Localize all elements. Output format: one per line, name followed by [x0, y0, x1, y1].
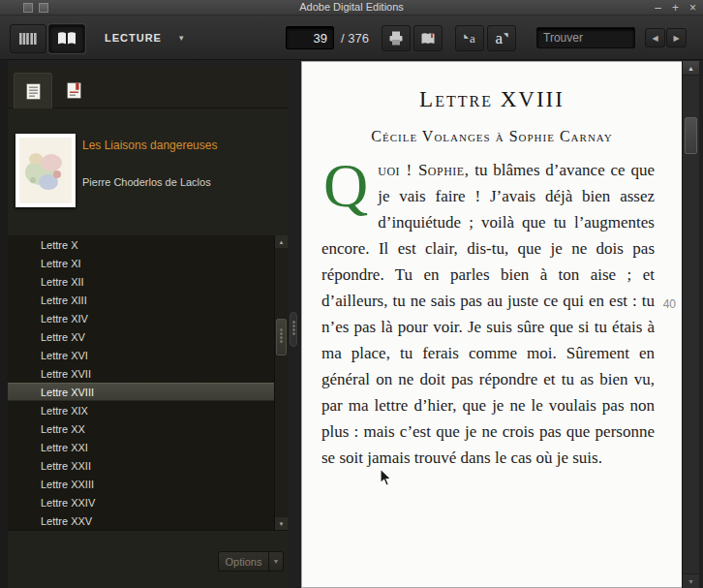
small-letter-a: a [470, 31, 475, 46]
dropcap-letter: Q [321, 157, 378, 211]
toc-item-label: Lettre XVIII [41, 387, 94, 398]
toc-item[interactable]: Lettre XVI [8, 346, 274, 364]
increase-font-button[interactable]: a ◥ [487, 25, 516, 51]
tab-bookmarks[interactable] [54, 73, 93, 108]
page-scroll-up-button[interactable]: ▲ [683, 61, 699, 76]
toc-item[interactable]: Lettre X [8, 235, 274, 254]
sidebar-tabs [8, 68, 288, 108]
reading-page: Lettre XVIII Cécile Volanges à Sophie Ca… [301, 61, 682, 588]
toc-item[interactable]: Lettre XXIV [8, 493, 274, 511]
toc-list: Lettre X Lettre XI Lettre XII Lettre XII… [8, 235, 274, 530]
options-label: Options [219, 556, 268, 568]
body-text: Quoi ! Sophie, tu blâmes d’avance ce que… [321, 157, 655, 471]
up-arrow-icon: ▲ [688, 65, 694, 72]
reading-view-button[interactable] [48, 24, 85, 53]
toc-item-label: Lettre XXII [41, 460, 91, 472]
page-scrollbar-thumb[interactable] [685, 117, 697, 154]
down-arrow-icon: ▼ [688, 578, 694, 585]
minimize-button[interactable]: – [653, 1, 663, 15]
bookmark-page-icon [67, 82, 81, 99]
printer-icon [388, 31, 404, 46]
down-arrow-icon: ▼ [279, 521, 285, 527]
toc-item[interactable]: Lettre XV [8, 327, 274, 346]
options-button[interactable]: Options ▾ [218, 551, 284, 572]
book-cover[interactable] [15, 134, 76, 207]
toc-item[interactable]: Lettre XIX [8, 401, 274, 419]
adobe-digital-editions-window: Adobe Digital Editions – + × LECT [0, 0, 703, 588]
chevron-down-icon: ▾ [268, 552, 283, 571]
titlebar: Adobe Digital Editions – + × [0, 0, 703, 15]
toc-item-label: Lettre XXV [41, 515, 92, 527]
page-number: 40 [663, 297, 676, 311]
book-bookmark-icon [420, 32, 436, 46]
book-title[interactable]: Les Liaisons dangereuses [82, 139, 276, 152]
search-input[interactable] [536, 27, 635, 48]
toc-item[interactable]: Lettre XIV [8, 309, 274, 327]
chapter-heading: Lettre XVIII [302, 87, 682, 112]
left-gutter [0, 60, 8, 588]
toc-item-label: Lettre XX [41, 423, 85, 435]
next-result-button[interactable]: ▶ [666, 28, 687, 47]
toc-item-label: Lettre XIII [41, 294, 87, 306]
toc-item[interactable]: Lettre XIII [8, 291, 274, 309]
toc-item-label: Lettre X [41, 239, 78, 251]
toc-item[interactable]: Lettre XXI [8, 438, 274, 456]
toc-item-label: Lettre XXI [41, 442, 88, 453]
decrease-arrow-icon: ◣ [464, 32, 469, 39]
large-letter-a: a [495, 29, 503, 48]
open-book-icon [56, 31, 77, 46]
toc-item[interactable]: Lettre XXIII [8, 475, 274, 493]
mode-label: LECTURE [105, 32, 162, 44]
left-arrow-icon: ◀ [652, 34, 657, 43]
mode-selector[interactable]: LECTURE ▾ [105, 15, 183, 60]
toc-item-label: Lettre XV [41, 331, 85, 343]
page-scrollbar[interactable]: ▲ ▼ [682, 61, 699, 588]
splitter-grip[interactable] [290, 312, 297, 347]
decrease-font-button[interactable]: ◣ a [455, 25, 484, 51]
toc-item[interactable]: Lettre XXII [8, 456, 274, 475]
previous-result-button[interactable]: ◀ [645, 28, 665, 47]
toc-item[interactable]: Lettre XXV [8, 511, 274, 530]
cover-art [19, 138, 72, 203]
print-button[interactable] [382, 25, 411, 51]
sidebar: Les Liaisons dangereuses Pierre Choderlo… [8, 68, 288, 588]
page-number-input[interactable] [286, 26, 334, 49]
toc-panel: Lettre X Lettre XI Lettre XII Lettre XII… [8, 235, 288, 530]
toc-item[interactable]: Lettre XVII [8, 364, 274, 383]
toc-item-label: Lettre XXIII [41, 479, 94, 490]
opening-smallcaps: uoi ! Sophie, [378, 161, 469, 179]
library-shelf-icon [19, 31, 38, 46]
sidebar-footer: Options ▾ [8, 530, 288, 588]
library-view-button[interactable] [10, 24, 46, 53]
toc-item-label: Lettre XVII [41, 368, 91, 380]
close-button[interactable]: × [688, 1, 698, 15]
toc-item-label: Lettre XVI [41, 350, 88, 361]
grip-dots-icon [280, 336, 283, 339]
book-author: Pierre Choderlos de Laclos [82, 176, 276, 188]
toc-scroll-up-button[interactable]: ▲ [275, 235, 288, 248]
toc-item[interactable]: Lettre XX [8, 419, 274, 438]
page-total-label: / 376 [341, 15, 369, 60]
tab-table-of-contents[interactable] [14, 73, 52, 108]
toc-item[interactable]: Lettre XI [8, 254, 274, 272]
toc-scrollbar-thumb[interactable] [276, 319, 287, 356]
window-controls: – + × [653, 0, 698, 15]
window-title: Adobe Digital Editions [0, 1, 703, 13]
toc-item[interactable]: Lettre XVIII [8, 383, 274, 401]
panel-splitter[interactable] [288, 68, 301, 588]
toc-item-label: Lettre XXIV [41, 497, 95, 509]
toolbar: LECTURE ▾ / 376 ◣ a a ◥ [0, 15, 703, 60]
toc-scroll-down-button[interactable]: ▼ [275, 517, 288, 530]
book-info: Les Liaisons dangereuses Pierre Choderlo… [8, 108, 288, 235]
toc-item[interactable]: Lettre XII [8, 272, 274, 291]
maximize-button[interactable]: + [670, 1, 681, 15]
toc-item-label: Lettre XII [41, 276, 84, 288]
increase-arrow-icon: ◥ [504, 31, 508, 38]
page-scroll-down-button[interactable]: ▼ [683, 573, 699, 588]
chapter-subheading: Cécile Volanges à Sophie Carnay [302, 128, 682, 145]
bookmark-button[interactable] [413, 25, 443, 51]
chevron-down-icon: ▾ [179, 33, 184, 43]
toc-scrollbar[interactable]: ▲ ▼ [274, 235, 288, 530]
toc-item-label: Lettre XIX [41, 405, 88, 417]
toc-item-label: Lettre XI [41, 258, 81, 269]
